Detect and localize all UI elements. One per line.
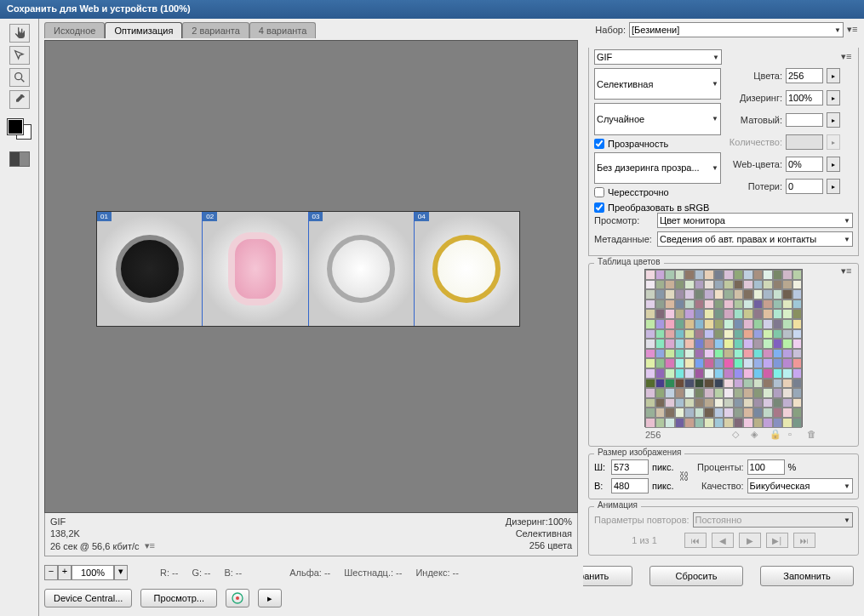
color-cell[interactable]	[792, 388, 803, 398]
color-cell[interactable]	[782, 280, 792, 290]
color-cell[interactable]	[714, 329, 724, 339]
color-cell[interactable]	[665, 270, 675, 280]
color-cell[interactable]	[645, 388, 655, 398]
color-cell[interactable]	[743, 329, 753, 339]
webcolors-input[interactable]	[786, 157, 823, 172]
color-cell[interactable]	[665, 289, 675, 299]
color-cell[interactable]	[704, 339, 714, 349]
color-cell[interactable]	[763, 280, 773, 290]
color-cell[interactable]	[734, 299, 744, 310]
color-cell[interactable]	[792, 319, 803, 329]
color-cell[interactable]	[753, 289, 764, 299]
color-cell[interactable]	[763, 319, 773, 329]
device-central-button[interactable]: Device Central...	[44, 589, 132, 607]
color-cell[interactable]	[704, 270, 714, 280]
color-cell[interactable]	[665, 379, 675, 389]
transparency-checkbox[interactable]: Прозрачность	[594, 139, 721, 149]
color-cell[interactable]	[645, 319, 655, 329]
color-cell[interactable]	[792, 309, 803, 319]
color-cell[interactable]	[684, 319, 695, 329]
color-cell[interactable]	[695, 408, 705, 418]
color-cell[interactable]	[655, 299, 666, 310]
color-cell[interactable]	[753, 408, 764, 418]
color-cell[interactable]	[773, 408, 783, 418]
color-cell[interactable]	[665, 319, 675, 329]
color-cell[interactable]	[684, 358, 695, 368]
color-cell[interactable]	[645, 299, 655, 310]
color-cell[interactable]	[684, 280, 695, 290]
tab-optimized[interactable]: Оптимизация	[105, 22, 182, 38]
color-cell[interactable]	[782, 418, 792, 428]
color-cell[interactable]	[695, 289, 705, 299]
color-cell[interactable]	[782, 339, 792, 349]
color-cell[interactable]	[792, 329, 803, 339]
color-cell[interactable]	[734, 398, 744, 408]
color-cell[interactable]	[714, 309, 724, 319]
color-cell[interactable]	[714, 280, 724, 290]
color-cell[interactable]	[743, 319, 753, 329]
zoom-input[interactable]	[72, 565, 114, 580]
color-cell[interactable]	[743, 358, 753, 368]
color-cell[interactable]	[684, 408, 695, 418]
lossy-input[interactable]	[786, 179, 823, 194]
color-cell[interactable]	[695, 358, 705, 368]
color-cell[interactable]	[782, 358, 792, 368]
color-cell[interactable]	[792, 299, 803, 310]
color-cell[interactable]	[655, 418, 666, 428]
color-cell[interactable]	[714, 408, 724, 418]
format-select[interactable]: GIF▼	[594, 49, 722, 65]
color-cell[interactable]	[763, 388, 773, 398]
color-cell[interactable]	[714, 339, 724, 349]
color-cell[interactable]	[675, 398, 685, 408]
color-cell[interactable]	[743, 339, 753, 349]
color-cell[interactable]	[704, 368, 714, 379]
color-cell[interactable]	[734, 329, 744, 339]
color-cell[interactable]	[724, 349, 734, 359]
color-cell[interactable]	[714, 388, 724, 398]
color-cell[interactable]	[743, 280, 753, 290]
color-cell[interactable]	[684, 349, 695, 359]
color-cell[interactable]	[714, 368, 724, 379]
color-cell[interactable]	[792, 368, 803, 379]
color-cell[interactable]	[724, 408, 734, 418]
color-cell[interactable]	[743, 289, 753, 299]
color-cell[interactable]	[763, 358, 773, 368]
color-cell[interactable]	[695, 309, 705, 319]
color-cell[interactable]	[743, 388, 753, 398]
color-cell[interactable]	[645, 289, 655, 299]
color-cell[interactable]	[645, 329, 655, 339]
color-cell[interactable]	[734, 379, 744, 389]
color-cell[interactable]	[684, 368, 695, 379]
color-cell[interactable]	[665, 329, 675, 339]
color-cell[interactable]	[734, 349, 744, 359]
eyedropper-tool[interactable]	[9, 90, 30, 109]
color-cell[interactable]	[792, 349, 803, 359]
color-cell[interactable]	[704, 280, 714, 290]
reset-button[interactable]: Сбросить	[649, 566, 743, 586]
preset-select[interactable]: [Безимени]▼	[629, 22, 844, 37]
metadata-select[interactable]: Сведения об авт. правах и контакты▼	[657, 231, 853, 247]
color-cell[interactable]	[782, 388, 792, 398]
color-cell[interactable]	[782, 408, 792, 418]
color-cell[interactable]	[773, 358, 783, 368]
color-cell[interactable]	[782, 349, 792, 359]
color-cell[interactable]	[684, 270, 695, 280]
color-cell[interactable]	[655, 339, 666, 349]
color-cell[interactable]	[684, 299, 695, 310]
color-cell[interactable]	[792, 270, 803, 280]
color-cell[interactable]	[724, 289, 734, 299]
color-cell[interactable]	[773, 270, 783, 280]
color-cell[interactable]	[743, 379, 753, 389]
color-cell[interactable]	[695, 349, 705, 359]
shift-websafe-icon[interactable]: ◈	[751, 429, 763, 441]
color-cell[interactable]	[753, 309, 764, 319]
color-cell[interactable]	[684, 388, 695, 398]
interlaced-checkbox[interactable]: Чересстрочно	[594, 187, 721, 197]
slice-visibility-toggle[interactable]	[9, 151, 30, 167]
width-input[interactable]	[611, 459, 649, 475]
color-cell[interactable]	[753, 388, 764, 398]
color-cell[interactable]	[763, 368, 773, 379]
color-cell[interactable]	[695, 339, 705, 349]
color-cell[interactable]	[743, 299, 753, 310]
color-cell[interactable]	[714, 270, 724, 280]
